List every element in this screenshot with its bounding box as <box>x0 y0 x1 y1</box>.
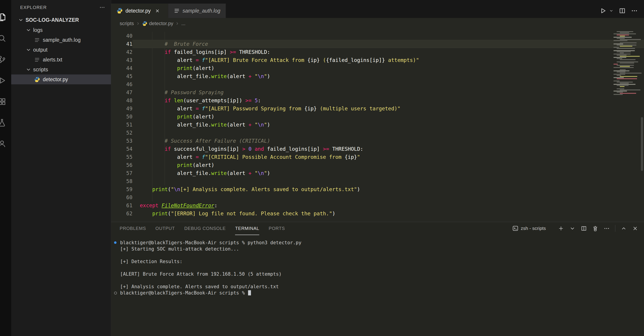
explorer-more-actions-icon[interactable] <box>99 5 105 10</box>
play-icon <box>600 8 606 14</box>
line-number: 55 <box>111 153 132 161</box>
terminal-line: blacktiger@blackTigers-MacBook-Air scrip… <box>120 239 644 246</box>
file-tree: logssample_auth.logoutputalerts.txtscrip… <box>11 25 111 84</box>
run-debug-icon <box>0 76 6 85</box>
account-icon <box>0 140 6 148</box>
breadcrumb: scriptsdetector.py... <box>111 18 644 29</box>
chevron-down-icon <box>26 67 33 73</box>
tree-item-label: alerts.txt <box>43 57 62 63</box>
line-number: 49 <box>111 105 132 113</box>
close-icon[interactable] <box>151 8 163 14</box>
tree-item-alerts.txt[interactable]: alerts.txt <box>11 55 111 65</box>
code-line-50: 50 print(alert) <box>111 113 644 121</box>
line-number: 43 <box>111 56 132 64</box>
activity-bar-item-source-control[interactable] <box>0 49 11 70</box>
code-line-40: 40 <box>111 32 644 40</box>
tab-detector.py[interactable]: detector.py <box>111 4 168 18</box>
terminal-line: [+] Detection Results: <box>120 258 644 265</box>
plus-icon <box>558 225 564 231</box>
ellipsis-icon <box>631 8 638 14</box>
trash-icon <box>592 225 598 231</box>
tab-sample_auth.log[interactable]: sample_auth.log <box>168 4 226 18</box>
line-number: 59 <box>111 185 132 193</box>
code-line-61: 61except FileNotFoundError: <box>111 201 644 209</box>
tree-item-logs[interactable]: logs <box>11 25 111 35</box>
activity-bar-item-account[interactable] <box>0 133 11 154</box>
panel-tab-PORTS[interactable]: PORTS <box>269 222 285 235</box>
code-line-53: 53 # Success After Failure (CRITICAL) <box>111 137 644 145</box>
close-panel-button[interactable] <box>632 225 638 231</box>
terminal-text: [+] Analysis complete. Alerts saved to o… <box>120 284 279 289</box>
tree-item-output[interactable]: output <box>11 45 111 55</box>
minimap[interactable] <box>614 30 638 95</box>
run-options-chevron[interactable] <box>612 9 614 13</box>
line-number: 41 <box>111 40 132 48</box>
chevron-right-icon <box>134 21 142 26</box>
activity-bar-item-run-debug[interactable] <box>0 70 11 91</box>
activity-bar-item-testing[interactable] <box>0 112 11 133</box>
activity-bar-item-files[interactable] <box>0 7 11 28</box>
line-number: 46 <box>111 80 132 88</box>
breadcrumb-item-detector.py[interactable]: detector.py <box>142 21 174 27</box>
code-line-43: 43 alert = f"[ALERT] Brute Force Attack … <box>111 56 644 64</box>
line-number: 47 <box>111 88 132 97</box>
line-number: 61 <box>111 201 132 209</box>
maximize-panel-button[interactable] <box>621 225 627 231</box>
line-number: 48 <box>111 97 132 105</box>
python-icon <box>34 77 43 83</box>
testing-icon <box>0 118 6 127</box>
tab-label: sample_auth.log <box>182 8 220 14</box>
chevron-down-icon <box>612 9 614 13</box>
terminal-instance[interactable]: zsh - scripts <box>512 225 546 231</box>
chevron-down-icon <box>26 27 33 33</box>
breadcrumb-item-...[interactable]: ... <box>181 21 185 27</box>
vscode-window: EXPLORER SOC-LOG-ANALYZER logssample_aut… <box>0 0 644 336</box>
tree-item-detector.py[interactable]: detector.py <box>11 75 111 84</box>
line-number: 56 <box>111 161 132 169</box>
terminal-text: blacktiger@blackTigers-MacBook-Air scrip… <box>120 240 302 245</box>
terminal-text: [+] Starting SOC multi-attack detection.… <box>120 246 239 252</box>
terminal-text: [ALERT] Brute Force Attack from 192.168.… <box>120 271 282 277</box>
kill-terminal-button[interactable] <box>592 225 598 231</box>
panel-tab-OUTPUT[interactable]: OUTPUT <box>156 222 175 235</box>
terminal-output[interactable]: blacktiger@blackTigers-MacBook-Air scrip… <box>111 235 644 336</box>
terminal-line <box>120 265 644 271</box>
split-editor-button[interactable] <box>619 8 626 14</box>
terminal-text: [+] Detection Results: <box>120 259 182 264</box>
bottom-panel: PROBLEMSOUTPUTDEBUG CONSOLETERMINALPORTS… <box>111 222 644 336</box>
editor-more-actions-button[interactable] <box>631 8 638 14</box>
terminal-instance-label: zsh - scripts <box>521 226 546 231</box>
code-line-59: 59 print("\n[+] Analysis complete. Alert… <box>111 185 644 193</box>
code-line-42: 42 if failed_logins[ip] >= THRESHOLD: <box>111 48 644 56</box>
vertical-scrollbar[interactable] <box>641 117 643 171</box>
workspace-section-header[interactable]: SOC-LOG-ANALYZER <box>11 15 111 25</box>
panel-tabs: PROBLEMSOUTPUTDEBUG CONSOLETERMINALPORTS <box>120 222 294 235</box>
ellipsis-icon <box>604 225 610 231</box>
tree-item-sample_auth.log[interactable]: sample_auth.log <box>11 35 111 45</box>
workspace-name: SOC-LOG-ANALYZER <box>26 17 79 23</box>
code-editor[interactable]: 4041 # Brute Force42 if failed_logins[ip… <box>111 29 644 222</box>
tree-item-scripts[interactable]: scripts <box>11 65 111 75</box>
new-terminal-button[interactable] <box>558 225 564 231</box>
code-line-60: 60 <box>111 193 644 201</box>
line-number: 45 <box>111 72 132 80</box>
terminal-more-actions-button[interactable] <box>604 225 610 231</box>
panel-tab-DEBUG CONSOLE[interactable]: DEBUG CONSOLE <box>184 222 226 235</box>
terminal-profile-chevron[interactable] <box>570 225 576 231</box>
chevron-down-icon <box>11 17 26 23</box>
panel-tab-TERMINAL[interactable]: TERMINAL <box>235 222 259 235</box>
panel-actions: zsh - scripts <box>512 225 638 232</box>
editor-tabs: detector.pysample_auth.log <box>111 4 226 18</box>
activity-bar-item-extensions[interactable] <box>0 91 11 112</box>
code-line-62: 62 print("[ERROR] Log file not found. Pl… <box>111 209 644 218</box>
command-success-decoration-icon <box>114 241 116 244</box>
log-icon <box>34 37 43 43</box>
breadcrumb-item-scripts[interactable]: scripts <box>120 21 134 27</box>
panel-tab-PROBLEMS[interactable]: PROBLEMS <box>120 222 146 235</box>
activity-bar-item-search[interactable] <box>0 28 11 49</box>
terminal-text: blacktiger@blackTigers-MacBook-Air scrip… <box>120 290 248 296</box>
split-terminal-button[interactable] <box>581 225 587 231</box>
breadcrumb-label: ... <box>181 21 185 27</box>
run-python-file-button[interactable] <box>600 8 606 14</box>
code-line-56: 56 print(alert) <box>111 161 644 169</box>
